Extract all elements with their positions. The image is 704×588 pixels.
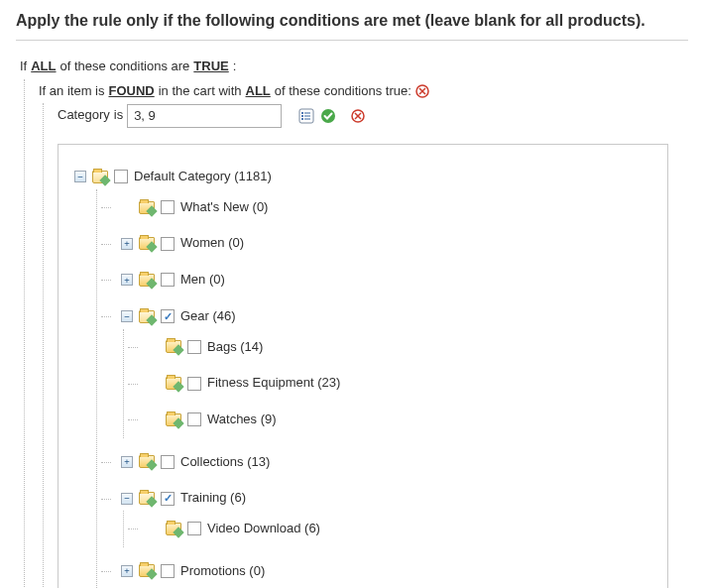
category-label[interactable]: Training (6): [180, 486, 246, 511]
folder-icon: [139, 274, 155, 287]
category-checkbox[interactable]: [161, 237, 175, 251]
folder-icon: [139, 237, 155, 250]
tree-node: Watches (9): [124, 402, 655, 438]
category-label[interactable]: Gear (46): [180, 304, 236, 329]
folder-icon: [139, 564, 155, 577]
tree-elbow: [101, 559, 115, 584]
text: in the cart with: [159, 79, 242, 104]
tree-toggle-none: [148, 523, 160, 534]
category-label[interactable]: Women (0): [180, 231, 244, 256]
category-label[interactable]: Fitness Equipment (23): [207, 371, 340, 396]
tree-elbow: [101, 486, 115, 511]
category-label[interactable]: Watches (9): [207, 408, 277, 432]
tree-toggle-none: [148, 341, 160, 353]
expand-icon[interactable]: +: [121, 456, 133, 468]
folder-icon: [166, 340, 181, 353]
check-circle-icon: [320, 108, 336, 124]
remove-condition-button[interactable]: [415, 84, 429, 98]
remove-icon: [415, 84, 429, 98]
category-label[interactable]: Video Download (6): [207, 517, 320, 541]
tree-node: Bags (14): [124, 329, 655, 366]
category-checkbox[interactable]: [161, 273, 175, 287]
tree-node: Fitness Equipment (23): [124, 365, 655, 402]
apply-button[interactable]: [319, 107, 337, 125]
category-checkbox[interactable]: ✓: [161, 492, 175, 506]
remove-condition-button[interactable]: [349, 107, 367, 125]
category-tree: −Default Category (1181)What's New (0)+W…: [70, 159, 655, 588]
category-label[interactable]: Collections (13): [180, 450, 270, 475]
expand-icon[interactable]: +: [121, 565, 133, 577]
tree-node: −✓Training (6)Video Download (6): [97, 480, 655, 552]
category-label[interactable]: Promotions (0): [180, 559, 265, 584]
tree-node: −Default Category (1181)What's New (0)+W…: [70, 159, 655, 588]
folder-icon: [92, 171, 108, 183]
open-chooser-button[interactable]: [297, 107, 315, 125]
remove-icon: [351, 109, 365, 123]
category-checkbox[interactable]: [187, 522, 201, 535]
collapse-icon[interactable]: −: [121, 493, 133, 505]
tree-elbow: [128, 408, 142, 432]
category-checkbox[interactable]: [187, 340, 201, 354]
tree-elbow: [101, 195, 115, 220]
text: of these conditions true:: [275, 79, 411, 104]
tree-node: +Collections (13): [97, 444, 655, 481]
condition-category: Category is: [58, 103, 688, 128]
tree-elbow: [101, 231, 115, 256]
aggregator-selector[interactable]: ALL: [246, 79, 271, 104]
svg-rect-6: [301, 118, 303, 120]
tree-elbow: [101, 450, 115, 475]
category-label[interactable]: What's New (0): [180, 195, 268, 220]
category-checkbox[interactable]: [114, 170, 128, 183]
tree-node: Video Download (6): [124, 511, 655, 547]
category-checkbox[interactable]: [187, 412, 201, 426]
folder-icon: [139, 201, 155, 214]
collapse-icon[interactable]: −: [121, 310, 133, 322]
folder-icon: [166, 377, 181, 390]
text: :: [233, 55, 237, 79]
expand-icon[interactable]: +: [121, 274, 133, 286]
tree-node: +Men (0): [97, 262, 655, 298]
folder-icon: [166, 523, 181, 535]
category-checkbox[interactable]: ✓: [161, 309, 175, 323]
tree-toggle-none: [148, 378, 160, 390]
aggregator-selector[interactable]: ALL: [31, 55, 56, 79]
category-value-input[interactable]: [127, 104, 282, 128]
section-title: Apply the rule only if the following con…: [16, 12, 688, 41]
category-checkbox[interactable]: [187, 377, 201, 391]
collapse-icon[interactable]: −: [74, 171, 86, 182]
tree-elbow: [101, 304, 115, 329]
attribute-label[interactable]: Category: [58, 103, 110, 128]
tree-toggle-none: [148, 413, 160, 425]
tree-elbow: [128, 371, 142, 396]
category-checkbox[interactable]: [161, 564, 175, 578]
category-label[interactable]: Bags (14): [207, 335, 263, 360]
tree-toggle-none: [121, 201, 133, 213]
text: If: [20, 55, 27, 79]
value-selector[interactable]: TRUE: [193, 55, 228, 79]
svg-rect-5: [301, 115, 303, 117]
svg-rect-8: [304, 115, 310, 117]
tree-elbow: [128, 517, 142, 541]
tree-elbow: [128, 335, 142, 360]
folder-icon: [139, 492, 155, 505]
svg-rect-9: [304, 118, 310, 120]
category-label[interactable]: Men (0): [180, 268, 225, 293]
list-icon: [298, 108, 314, 124]
category-checkbox[interactable]: [161, 200, 175, 214]
condition-product-found: If an item is FOUND in the cart with ALL…: [39, 79, 688, 104]
tree-node: +Women (0): [97, 225, 655, 262]
folder-icon: [166, 413, 181, 426]
tree-node: −✓Gear (46)Bags (14)Fitness Equipment (2…: [97, 298, 655, 444]
category-label[interactable]: Default Category (1181): [134, 165, 272, 189]
category-tree-panel: −Default Category (1181)What's New (0)+W…: [58, 144, 668, 588]
category-checkbox[interactable]: [161, 455, 175, 469]
folder-icon: [139, 455, 155, 468]
svg-rect-7: [304, 112, 310, 114]
tree-node: What's New (0): [97, 189, 655, 226]
conditions-block: If ALL of these conditions are TRUE : If…: [16, 55, 688, 588]
found-selector[interactable]: FOUND: [108, 79, 154, 104]
operator-label[interactable]: is: [114, 103, 123, 128]
folder-icon: [139, 310, 155, 323]
condition-combine-root: If ALL of these conditions are TRUE :: [20, 55, 688, 79]
expand-icon[interactable]: +: [121, 238, 133, 250]
